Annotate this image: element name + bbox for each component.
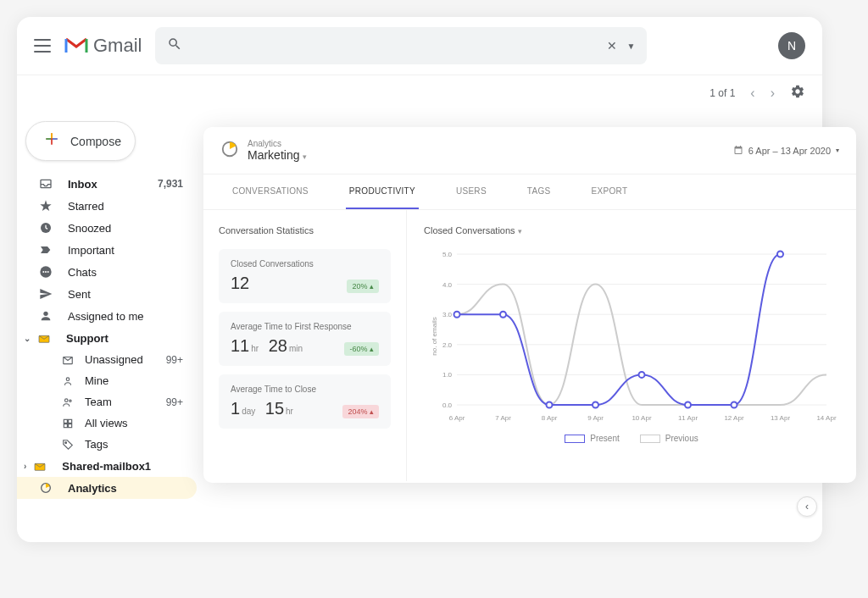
tab-users[interactable]: USERS: [453, 174, 490, 209]
svg-point-49: [777, 252, 783, 257]
stat-card: Average Time to First Response11hr 28min…: [219, 312, 391, 366]
nav-label: Support: [66, 332, 108, 345]
svg-text:no. of emails: no. of emails: [431, 317, 438, 355]
gmail-logo[interactable]: Gmail: [64, 35, 142, 57]
stats-title: Conversation Statistics: [219, 225, 391, 235]
sidebar-item-team[interactable]: Team99+: [17, 391, 197, 413]
nav-list: Inbox7,931StarredSnoozedImportantChatsSe…: [17, 173, 203, 499]
sidebar-item-important[interactable]: Important: [17, 239, 197, 261]
collapse-sidepanel-icon[interactable]: ‹: [797, 496, 817, 517]
nav-icon: [59, 418, 76, 429]
sidebar-item-all-views[interactable]: All views: [17, 413, 197, 434]
chevron-right-icon: ›: [24, 462, 26, 471]
svg-text:13 Apr: 13 Apr: [771, 414, 790, 422]
sidebar-item-shared-mailbox1[interactable]: ›Shared-mailbox1: [17, 455, 197, 477]
svg-point-5: [47, 271, 49, 273]
svg-text:9 Apr: 9 Apr: [587, 414, 604, 422]
svg-rect-12: [64, 419, 67, 423]
tab-productivity[interactable]: PRODUCTIVITY: [346, 174, 419, 209]
stat-badge: -60% ▴: [344, 342, 379, 356]
nav-label: Snoozed: [68, 222, 111, 235]
sidebar: Compose Inbox7,931StarredSnoozedImportan…: [17, 111, 203, 506]
search-options-icon[interactable]: ▼: [627, 42, 636, 51]
nav-icon: [37, 481, 54, 495]
hamburger-menu-icon[interactable]: [34, 39, 51, 53]
date-range-picker[interactable]: 6 Apr – 13 Apr 2020 ▾: [733, 145, 839, 157]
page-info: 1 of 1: [709, 87, 735, 99]
svg-text:12 Apr: 12 Apr: [724, 414, 743, 422]
search-bar[interactable]: ✕ ▼: [155, 27, 647, 64]
nav-label: Shared-mailbox1: [62, 460, 151, 473]
settings-gear-icon[interactable]: [790, 84, 805, 102]
panel-section-dropdown[interactable]: Marketing ▾: [248, 148, 307, 162]
svg-text:5.0: 5.0: [442, 251, 453, 258]
nav-count: 99+: [166, 396, 183, 408]
nav-icon: [36, 331, 53, 345]
chart-column: Closed Conversations ▾ 0.01.02.03.04.05.…: [407, 210, 856, 481]
panel-breadcrumb: Analytics: [248, 139, 307, 148]
nav-icon: [31, 459, 48, 473]
svg-text:8 Apr: 8 Apr: [542, 414, 558, 422]
legend-present: Present: [565, 434, 619, 443]
stat-badge: 20% ▴: [347, 280, 379, 293]
nav-label: Mine: [85, 374, 108, 387]
svg-point-11: [70, 400, 71, 401]
search-icon: [167, 36, 182, 56]
sidebar-item-mine[interactable]: Mine: [17, 370, 197, 391]
svg-rect-15: [69, 424, 72, 427]
sidebar-item-analytics[interactable]: Analytics: [17, 477, 197, 499]
svg-point-10: [65, 398, 69, 401]
svg-text:11 Apr: 11 Apr: [678, 414, 698, 422]
sidebar-item-chats[interactable]: Chats: [17, 261, 197, 283]
sidebar-item-starred[interactable]: Starred: [17, 195, 197, 217]
app-name: Gmail: [93, 35, 142, 57]
chart-title-dropdown[interactable]: Closed Conversations ▾: [424, 225, 839, 235]
nav-label: All views: [85, 417, 128, 429]
stat-badge: 204% ▴: [342, 405, 379, 418]
svg-point-6: [43, 312, 47, 316]
next-page-icon[interactable]: ›: [771, 86, 775, 101]
svg-point-42: [454, 312, 460, 318]
plus-icon: [43, 130, 60, 152]
svg-point-44: [547, 402, 553, 408]
chevron-down-icon: ▾: [303, 152, 307, 161]
tab-conversations[interactable]: CONVERSATIONS: [229, 174, 312, 209]
stat-card: Closed Conversations1220% ▴: [219, 249, 391, 303]
nav-icon: [37, 199, 54, 213]
toolbar: 1 of 1 ‹ ›: [17, 75, 822, 111]
svg-point-45: [593, 402, 598, 408]
nav-label: Tags: [85, 438, 108, 451]
nav-icon: [37, 309, 54, 323]
chart-legend: Present Previous: [424, 434, 839, 443]
header: Gmail ✕ ▼ N: [17, 17, 822, 75]
nav-label: Unassigned: [85, 353, 143, 366]
sidebar-item-support[interactable]: ⌄Support: [17, 327, 197, 349]
nav-icon: [37, 265, 54, 279]
sidebar-item-tags[interactable]: Tags: [17, 434, 197, 455]
analytics-panel: Analytics Marketing ▾ 6 Apr – 13 Apr 202…: [203, 127, 856, 483]
svg-point-16: [65, 441, 67, 443]
svg-text:14 Apr: 14 Apr: [816, 414, 836, 422]
tab-export[interactable]: EXPORT: [588, 174, 632, 209]
svg-text:2.0: 2.0: [442, 341, 453, 349]
stat-value: 11hr 28min: [231, 336, 308, 356]
nav-icon: [37, 177, 54, 191]
svg-point-3: [42, 271, 44, 273]
sidebar-item-inbox[interactable]: Inbox7,931: [17, 173, 197, 195]
svg-point-48: [732, 402, 737, 408]
sidebar-item-snoozed[interactable]: Snoozed: [17, 217, 197, 239]
gmail-icon: [64, 37, 88, 54]
clear-search-icon[interactable]: ✕: [607, 39, 617, 53]
svg-rect-14: [64, 424, 67, 427]
svg-text:10 Apr: 10 Apr: [632, 414, 651, 422]
tab-tags[interactable]: TAGS: [524, 174, 554, 209]
sidebar-item-assigned-to-me[interactable]: Assigned to me: [17, 305, 197, 327]
sidebar-item-unassigned[interactable]: Unassigned99+: [17, 349, 197, 370]
prev-page-icon[interactable]: ‹: [750, 86, 754, 101]
compose-button[interactable]: Compose: [25, 121, 136, 161]
nav-icon: [59, 396, 76, 408]
stat-value: 12: [231, 274, 249, 293]
sidebar-item-sent[interactable]: Sent: [17, 283, 197, 305]
svg-text:6 Apr: 6 Apr: [449, 414, 465, 422]
account-avatar[interactable]: N: [778, 32, 805, 59]
